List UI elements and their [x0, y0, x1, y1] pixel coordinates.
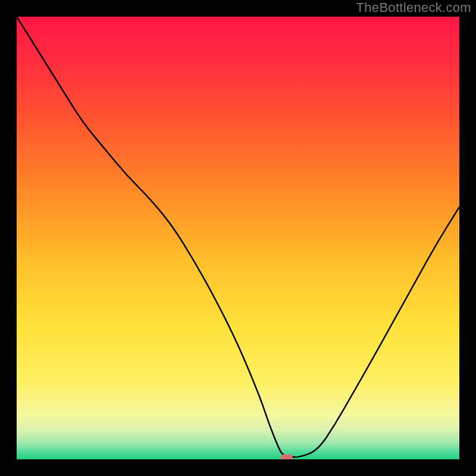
chart-frame: TheBottleneck.com	[0, 0, 476, 476]
gradient-background	[17, 17, 459, 459]
optimal-marker	[281, 455, 293, 459]
watermark-text: TheBottleneck.com	[356, 0, 471, 15]
plot-area	[17, 17, 459, 459]
